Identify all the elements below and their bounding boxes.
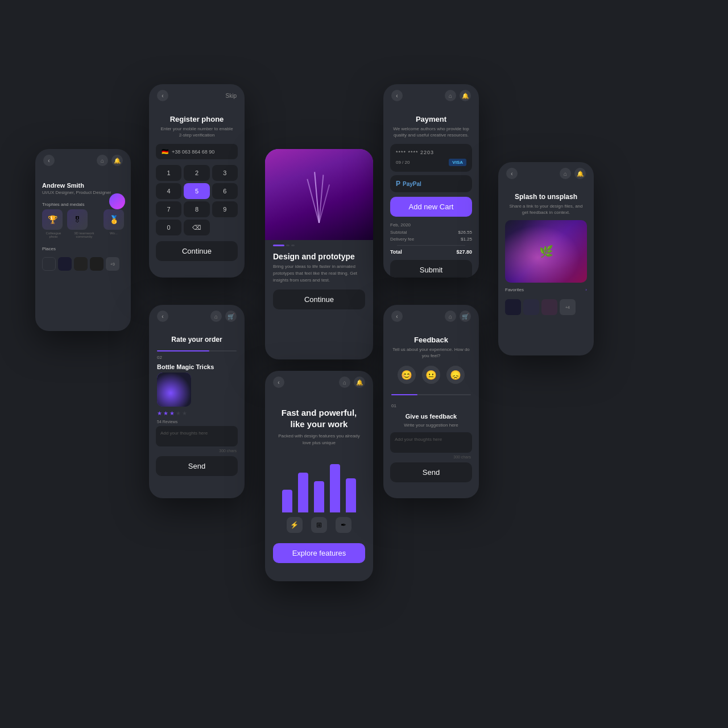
fav-1 [505,299,521,315]
chart-icon-2[interactable]: ⊞ [311,517,327,533]
bar-chart [265,456,373,512]
star-4[interactable]: ★ [176,410,181,416]
rate-top-icons: ⌂ 🛒 [210,311,237,322]
key-6[interactable]: 6 [212,183,238,199]
phone-input[interactable]: 🇩🇪 +38 063 864 68 90 [156,144,238,159]
rate-title: Rate your order [149,328,245,347]
star-1[interactable]: ★ [157,410,162,416]
register-back-btn[interactable]: ‹ [157,90,168,101]
card-register: ‹ Skip Register phone Enter your mobile … [149,84,245,278]
rate-progress-fill [157,350,209,351]
places-row: +9 [35,257,131,271]
rate-top-bar: ‹ ⌂ 🛒 [149,305,245,328]
home-icon[interactable]: ⌂ [97,155,108,166]
profile-role: UI/UX Designer, Product Designer [42,190,124,195]
paypal-option[interactable]: P PayPal [390,175,472,192]
design-desc: Bring your ideas to life faster in anima… [265,263,373,289]
bell-icon[interactable]: 🔔 [111,155,123,166]
feedback-desc: Tell us about your experience. How do yo… [383,346,479,366]
key-7[interactable]: 7 [156,201,181,217]
dot-2 [286,245,289,246]
rate-home-icon[interactable]: ⌂ [210,311,222,322]
feedback-title: Feedback [383,328,479,346]
favorites-row: +4 [498,295,594,315]
key-9[interactable]: 9 [212,201,238,217]
total-row: Total $27.80 [390,249,472,255]
key-4[interactable]: 4 [156,183,181,199]
payment-back-btn[interactable]: ‹ [391,90,403,101]
emoji-neutral[interactable]: 😐 [422,366,440,384]
fav-count[interactable]: +4 [560,299,576,315]
product-name: Bottle Magic Tricks [149,360,245,373]
emoji-happy[interactable]: 😊 [398,366,416,384]
star-5[interactable]: ★ [182,410,187,416]
star-2[interactable]: ★ [163,410,168,416]
payment-top-bar: ‹ ⌂ 🔔 [383,84,479,107]
profile-back-btn[interactable]: ‹ [43,155,55,166]
profile-header: Andrew Smith UI/UX Designer, Product Des… [35,172,131,198]
card-number: **** **** 2203 [396,150,466,155]
star-3[interactable]: ★ [169,410,175,416]
fav-2 [523,299,539,315]
delivery-label: Delivery fee [390,237,414,242]
key-2[interactable]: 2 [184,165,209,181]
dot-1 [273,245,284,246]
place-3 [74,257,88,271]
chart-icon-3[interactable]: ✒ [336,517,351,533]
dot-3 [291,245,295,246]
feedback-send-btn[interactable]: Send [390,462,472,482]
rate-back-btn[interactable]: ‹ [157,311,168,322]
favorites-header: Favorites › [498,283,594,295]
emoji-sad[interactable]: 😞 [446,366,465,384]
star-rating[interactable]: ★ ★ ★ ★ ★ [149,407,245,420]
places-plus[interactable]: +9 [106,257,119,271]
design-continue-btn[interactable]: Continue [273,289,365,309]
feedback-textarea[interactable]: Add your thoughts here [390,432,472,453]
card-design: Design and prototype Bring your ideas to… [265,149,373,359]
card-details: 09 / 20 VISA [396,159,466,166]
feedback-progress-fill [391,394,417,395]
fast-bell-icon[interactable]: 🔔 [354,377,365,388]
payment-desc: We welcome authors who provide top quali… [383,126,479,144]
fast-explore-btn[interactable]: Explore features [273,543,365,563]
feedback-cart-icon[interactable]: 🛒 [460,311,471,322]
product-image [157,373,191,407]
rate-step: 02 [149,355,245,360]
splash-home-icon[interactable]: ⌂ [560,168,571,179]
rate-textarea[interactable]: Add your thoughts here [156,426,238,446]
bar-5 [346,478,356,512]
key-3[interactable]: 3 [212,165,238,181]
splash-top-icons: ⌂ 🔔 [560,168,586,179]
fast-home-icon[interactable]: ⌂ [339,377,350,388]
payment-home-icon[interactable]: ⌂ [445,90,456,101]
key-1[interactable]: 1 [156,165,181,181]
key-5[interactable]: 5 [184,183,209,199]
fast-back-btn[interactable]: ‹ [273,377,284,388]
payment-bell-icon[interactable]: 🔔 [460,90,471,101]
key-8[interactable]: 8 [184,201,209,217]
profile-name: Andrew Smith [42,182,124,189]
favorites-label: Favorites [505,287,524,292]
feedback-home-icon[interactable]: ⌂ [445,311,456,322]
feedback-back-btn[interactable]: ‹ [391,311,403,322]
rate-cart-icon[interactable]: 🛒 [225,311,237,322]
rate-send-btn[interactable]: Send [156,456,238,476]
splash-bell-icon[interactable]: 🔔 [574,168,586,179]
profile-top-bar: ‹ ⌂ 🔔 [35,149,131,172]
favorites-more[interactable]: › [585,287,587,292]
key-0[interactable]: 0 [156,220,181,235]
splash-back-btn[interactable]: ‹ [506,168,518,179]
chart-icon-1[interactable]: ⚡ [287,517,303,533]
design-progress [265,240,373,249]
register-continue-btn[interactable]: Continue [156,241,238,261]
add-cart-btn[interactable]: Add new Cart [390,197,472,217]
payment-submit-btn[interactable]: Submit [390,260,472,278]
fast-top-bar: ‹ ⌂ 🔔 [265,371,373,394]
splash-desc: Share a link to your design files, and g… [498,203,594,220]
key-backspace[interactable]: ⌫ [184,220,209,235]
skip-btn[interactable]: Skip [226,93,237,99]
card-payment: ‹ ⌂ 🔔 Payment We welcome authors who pro… [383,84,479,278]
subtotal-row: Subtotal $26.55 [390,230,472,235]
subtotal-label: Subtotal [390,230,407,235]
delivery-value: $1.25 [461,237,472,242]
